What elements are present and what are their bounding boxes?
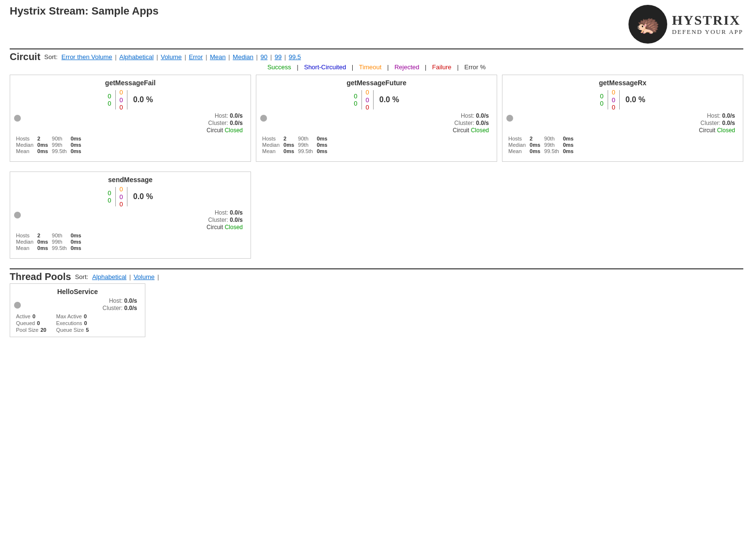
error-pct: 0.0 % [626, 95, 645, 104]
cluster-rate-row: Cluster: 0.0/s [14, 217, 247, 223]
num-timeout: 0 [120, 186, 123, 193]
circuit-closed-status: Circuit Closed [260, 127, 493, 134]
logo-text: HYSTRIX DEFEND YOUR APP [672, 13, 743, 36]
sort-995[interactable]: 99.5 [289, 53, 301, 61]
max-active-val: 0 [84, 313, 87, 319]
circuit-stats: 0 0 0 0 0 0.0 % [260, 89, 493, 111]
legend-short-circuited: Short-Circuited [304, 63, 346, 71]
logo-icon: 🦔 [628, 5, 667, 44]
host-rate: 0.0/s [230, 112, 243, 119]
divider2 [373, 90, 374, 109]
executions-label: Executions [56, 320, 82, 326]
cluster-rate: 0.0/s [476, 120, 489, 126]
tp-sort-volume[interactable]: Volume [134, 273, 155, 280]
host-rate-row: Host: 0.0/s [506, 112, 739, 119]
executions-val: 0 [84, 320, 87, 326]
latency-table: Hosts Median Mean 2 0ms 0ms 90th 99th 99… [260, 136, 493, 154]
circuit-sort-label: Sort: [44, 53, 57, 61]
legend-rejected: Rejected [394, 63, 419, 71]
divider2 [127, 187, 127, 206]
num-success: 0 [108, 189, 111, 197]
max-active-label: Max Active [56, 313, 82, 319]
page-title: Hystrix Stream: Sample Apps [10, 5, 158, 17]
thread-pools-section: Thread Pools Sort: Alphabetical | Volume… [10, 268, 743, 337]
num-success2: 0 [108, 197, 111, 204]
divider [115, 187, 116, 206]
circuit-status-dot [14, 212, 21, 218]
circuit-name: getMessageFuture [260, 79, 493, 87]
circuit-stats: 0 0 0 0 0 0.0 % [14, 89, 247, 111]
num-rejected: 0 [612, 96, 615, 104]
divider2 [619, 90, 620, 109]
legend-row: Success | Short-Circuited | Timeout | Re… [10, 63, 743, 71]
empty-cell-2 [502, 171, 743, 259]
num-rejected: 0 [366, 96, 369, 104]
cluster-rate-row: Cluster: 0.0/s [14, 120, 247, 126]
hosts-label: Hosts [16, 136, 33, 141]
host-rate-row: Host: 0.0/s [14, 209, 247, 216]
p995-val: 0ms [71, 148, 81, 154]
sort-mean[interactable]: Mean [210, 53, 226, 61]
pool-size-val: 20 [40, 327, 46, 333]
cluster-rate: 0.0/s [722, 120, 735, 126]
circuit-card-getmessagefail: getMessageFail 0 0 0 0 0 0.0 % Host: 0.0… [10, 75, 251, 162]
cluster-rate-row: Cluster: 0.0/s [506, 120, 739, 126]
sort-error-volume[interactable]: Error then Volume [62, 53, 112, 61]
circuit-name: getMessageFail [14, 79, 247, 87]
circuits-grid-row1: getMessageFail 0 0 0 0 0 0.0 % Host: 0.0… [10, 75, 743, 162]
num-timeout: 0 [366, 89, 369, 96]
p99-val: 0ms [71, 142, 81, 148]
sort-median[interactable]: Median [233, 53, 253, 61]
num-success: 0 [354, 93, 357, 100]
queue-size-label: Queue Size [56, 327, 84, 333]
sort-error[interactable]: Error [189, 53, 203, 61]
threadpool-title: Thread Pools [10, 271, 71, 282]
threadpool-card-helloservice: HelloService Host: 0.0/s Cluster: 0.0/s … [10, 283, 145, 337]
tp-sort-alphabetical[interactable]: Alphabetical [92, 273, 126, 280]
tp-host-rate: 0.0/s [124, 297, 137, 304]
median-val: 0ms [37, 142, 48, 148]
circuit-name: sendMessage [14, 176, 247, 184]
circuit-closed-text: Closed [225, 224, 243, 231]
num-failure: 0 [612, 104, 615, 111]
p995-label: 99.5th [52, 148, 67, 154]
legend-failure: Failure [432, 63, 452, 71]
circuit-closed-text: Closed [471, 127, 489, 134]
host-rate-row: Host: 0.0/s [260, 112, 493, 119]
num-timeout: 0 [612, 89, 615, 96]
circuit-card-getmessagefuture: getMessageFuture 0 0 0 0 0 0.0 % Host: 0… [256, 75, 497, 162]
tp-host-rate-row: Host: 0.0/s [14, 297, 141, 304]
num-failure: 0 [120, 104, 123, 111]
empty-cell-1 [256, 171, 497, 259]
latency-table: Hosts Median Mean 2 0ms 0ms 90th 99th 99… [506, 136, 739, 154]
sort-99[interactable]: 99 [275, 53, 282, 61]
error-pct: 0.0 % [379, 95, 399, 104]
num-success2: 0 [600, 100, 603, 108]
circuit-stats: 0 0 0 0 0 0.0 % [14, 186, 247, 208]
num-failure: 0 [366, 104, 369, 111]
threadpool-name: HelloService [14, 288, 141, 296]
legend-success: Success [267, 63, 291, 71]
num-success: 0 [108, 93, 111, 100]
active-val: 0 [32, 313, 35, 319]
sort-volume[interactable]: Volume [161, 53, 182, 61]
logo-main-text: HYSTRIX [672, 13, 743, 28]
threadpool-sort-links: Alphabetical | Volume | [92, 273, 160, 280]
num-rejected: 0 [120, 96, 123, 104]
sort-90[interactable]: 90 [261, 53, 267, 61]
host-rate: 0.0/s [722, 112, 735, 119]
queued-label: Queued [16, 320, 35, 326]
logo-area: 🦔 HYSTRIX DEFEND YOUR APP [628, 5, 743, 44]
cluster-rate: 0.0/s [230, 120, 243, 126]
hosts-val: 2 [37, 136, 48, 141]
circuit-status-dot [260, 115, 267, 122]
circuit-stats: 0 0 0 0 0 0.0 % [506, 89, 739, 111]
p90-label: 90th [52, 136, 67, 141]
circuit-status-dot [506, 115, 513, 122]
sort-alphabetical[interactable]: Alphabetical [119, 53, 154, 61]
num-success2: 0 [108, 100, 111, 108]
mean-label: Mean [16, 148, 33, 154]
host-rate: 0.0/s [476, 112, 489, 119]
host-rate-row: Host: 0.0/s [14, 112, 247, 119]
error-pct: 0.0 % [133, 192, 153, 201]
